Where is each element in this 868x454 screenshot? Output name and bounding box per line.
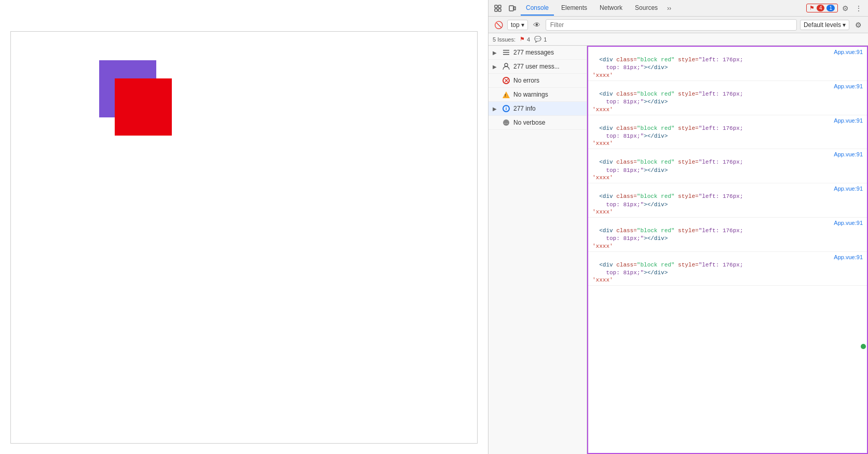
- console-sidebar: ▶ 277 messages ▶: [489, 46, 587, 454]
- default-levels-label: Default levels: [804, 21, 841, 29]
- browser-viewport: [10, 31, 478, 444]
- svg-rect-6: [503, 50, 509, 51]
- svg-rect-4: [509, 6, 513, 11]
- error-icon: ✕: [502, 76, 510, 85]
- svg-text:···: ···: [504, 121, 508, 126]
- sidebar-item-errors[interactable]: ▶ ✕ No errors: [489, 74, 587, 88]
- user-icon: [502, 62, 510, 71]
- code-content: <div class="block red" style="left: 176p…: [592, 227, 863, 235]
- string-value: 'xxxx': [592, 277, 863, 283]
- dropdown-arrow-icon: ▾: [521, 21, 524, 29]
- issues-warning-badge: 1: [826, 5, 835, 11]
- code-content2: top: 81px;"></div>: [592, 235, 863, 243]
- sidebar-item-all-messages[interactable]: ▶ 277 messages: [489, 46, 587, 60]
- code-content2: top: 81px;"></div>: [592, 132, 863, 140]
- code-content: <div class="block red" style="left: 176p…: [592, 193, 863, 201]
- log-entry: App.vue:91 <div class="block red" style=…: [588, 218, 867, 252]
- sidebar-item-user-messages[interactable]: ▶ 277 user mess...: [489, 60, 587, 74]
- sidebar-item-verbose[interactable]: ▶ ··· No verbose: [489, 116, 587, 130]
- file-reference[interactable]: App.vue:91: [592, 220, 863, 226]
- issues-button[interactable]: ⚑ 4 1: [806, 4, 838, 12]
- svg-rect-3: [498, 9, 501, 11]
- default-levels-dropdown[interactable]: Default levels ▾: [800, 20, 849, 30]
- devtools-panel: Console Elements Network Sources ›› ⚑ 4 …: [488, 0, 868, 454]
- dropdown-arrow-icon2: ▾: [843, 21, 846, 29]
- file-reference[interactable]: App.vue:91: [592, 117, 863, 124]
- expand-icon: ▶: [493, 106, 499, 112]
- file-reference[interactable]: App.vue:91: [592, 83, 863, 89]
- string-value: 'xxxx': [592, 106, 863, 113]
- sidebar-item-info[interactable]: ▶ i 277 info: [489, 102, 587, 116]
- tab-elements[interactable]: Elements: [556, 1, 592, 16]
- device-toolbar-icon[interactable]: [506, 2, 519, 15]
- clear-console-icon[interactable]: 🚫: [493, 19, 504, 31]
- sidebar-label: 277 info: [513, 105, 536, 112]
- devtools-tab-bar: Console Elements Network Sources ›› ⚑ 4 …: [489, 0, 868, 17]
- settings-icon[interactable]: ⚙: [839, 2, 851, 15]
- scrollbar-indicator: [861, 344, 866, 349]
- verbose-icon: ···: [502, 118, 510, 127]
- sidebar-label: 277 user mess...: [513, 63, 560, 70]
- code-content2: top: 81px;"></div>: [592, 269, 863, 277]
- top-context-dropdown[interactable]: top ▾: [507, 20, 528, 30]
- code-content2: top: 81px;"></div>: [592, 98, 863, 106]
- more-tabs-button[interactable]: ››: [665, 5, 673, 12]
- log-entry: App.vue:91 <div class="block red" style=…: [588, 183, 867, 218]
- eye-icon[interactable]: 👁: [531, 19, 542, 31]
- file-reference[interactable]: App.vue:91: [592, 151, 863, 157]
- inspect-icon[interactable]: [492, 2, 504, 15]
- console-settings-icon[interactable]: ⚙: [852, 19, 864, 31]
- expand-icon: ▶: [493, 50, 499, 56]
- log-entry: App.vue:91 <div class="block red" style=…: [588, 47, 867, 81]
- code-content: <div class="block red" style="left: 176p…: [592, 90, 863, 98]
- log-entry: App.vue:91 <div class="block red" style=…: [588, 115, 867, 150]
- sidebar-item-warnings[interactable]: ▶ No warnings: [489, 88, 587, 102]
- list-icon: [502, 48, 510, 57]
- svg-rect-1: [498, 5, 501, 8]
- console-output[interactable]: App.vue:91 <div class="block red" style=…: [587, 46, 868, 454]
- warning-issue-count[interactable]: 💬 1: [534, 36, 547, 43]
- tab-network[interactable]: Network: [594, 1, 628, 16]
- console-controls-bar: 🚫 top ▾ 👁 Default levels ▾ ⚙: [489, 17, 868, 33]
- file-reference[interactable]: App.vue:91: [592, 185, 863, 192]
- tab-sources[interactable]: Sources: [630, 1, 663, 16]
- string-value: 'xxxx': [592, 209, 863, 215]
- top-label: top: [511, 21, 520, 29]
- sidebar-label: No warnings: [513, 91, 548, 98]
- file-reference[interactable]: App.vue:91: [592, 254, 863, 260]
- string-value: 'xxxx': [592, 243, 863, 249]
- sidebar-label: 277 messages: [513, 49, 554, 56]
- more-options-icon[interactable]: ⋮: [852, 2, 865, 15]
- issues-bar: 5 Issues: ⚑ 4 💬 1: [489, 33, 868, 46]
- svg-rect-7: [503, 52, 509, 53]
- devtools-main-content: ▶ 277 messages ▶: [489, 46, 868, 454]
- warning-count: 1: [544, 36, 547, 43]
- issues-error-badge: 4: [817, 5, 825, 11]
- tab-console[interactable]: Console: [521, 1, 554, 16]
- svg-point-9: [505, 63, 508, 66]
- string-value: 'xxxx': [592, 140, 863, 146]
- issues-label: 5 Issues:: [493, 36, 516, 43]
- code-content: <div class="block red" style="left: 176p…: [592, 56, 863, 64]
- string-value: 'xxxx': [592, 175, 863, 181]
- log-entry: App.vue:91 <div class="block red" style=…: [588, 81, 867, 115]
- svg-rect-5: [514, 7, 516, 10]
- expand-icon: ▶: [493, 64, 499, 70]
- log-entry: App.vue:91 <div class="block red" style=…: [588, 149, 867, 183]
- error-count: 4: [527, 36, 530, 43]
- error-issue-count[interactable]: ⚑ 4: [520, 36, 530, 43]
- code-content: <div class="block red" style="left: 176p…: [592, 125, 863, 132]
- log-entry: App.vue:91 <div class="block red" style=…: [588, 252, 867, 286]
- warning-icon: [502, 90, 510, 99]
- sidebar-label: No errors: [513, 77, 539, 84]
- code-content2: top: 81px;"></div>: [592, 167, 863, 175]
- file-reference[interactable]: App.vue:91: [592, 49, 863, 55]
- svg-rect-2: [495, 9, 497, 11]
- filter-input[interactable]: [546, 19, 797, 31]
- red-block: [115, 78, 172, 136]
- svg-rect-0: [495, 5, 497, 8]
- sidebar-label: No verbose: [513, 119, 545, 126]
- code-content2: top: 81px;"></div>: [592, 64, 863, 72]
- info-icon: i: [502, 104, 510, 113]
- svg-rect-8: [503, 54, 509, 55]
